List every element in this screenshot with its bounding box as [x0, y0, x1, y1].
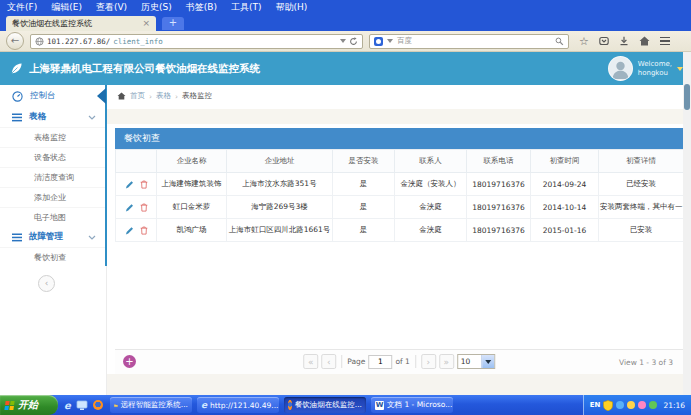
sidebar-item-add-company[interactable]: 添加企业: [0, 187, 106, 207]
edit-icon[interactable]: [125, 226, 134, 235]
new-tab-button[interactable]: +: [162, 17, 184, 30]
start-button[interactable]: 开始: [0, 395, 58, 415]
sidebar-item-e-map[interactable]: 电子地图: [0, 207, 106, 227]
toolbar-icons: ☆: [579, 36, 670, 47]
show-desktop-icon[interactable]: [76, 400, 88, 411]
menu-icon[interactable]: [660, 37, 670, 46]
page-footer-strip: [107, 374, 683, 395]
back-button[interactable]: ←: [6, 32, 24, 50]
folder-icon: [114, 401, 118, 410]
cell-installed: 是: [333, 173, 395, 196]
page-size-value: 10: [458, 357, 481, 366]
pager-divider: [341, 355, 342, 368]
scrollbar-track[interactable]: [683, 52, 691, 395]
page-size-select[interactable]: 10: [457, 354, 495, 369]
search-engine-label: 百度: [397, 36, 412, 46]
system-tray: EN 21:16: [583, 395, 691, 415]
cell-phone: 18019716376: [467, 196, 531, 219]
tab-close-icon[interactable]: ×: [142, 19, 150, 28]
menu-edit[interactable]: 编辑(E): [51, 1, 82, 14]
group-label: 故障管理: [29, 231, 81, 243]
next-page-button[interactable]: ›: [421, 354, 436, 369]
sidebar-item-table-monitor[interactable]: 表格监控: [0, 127, 106, 147]
content-divider-strip: [107, 109, 683, 124]
sidebar-submenu-tables: 表格监控 设备状态 清洁度查询 添加企业 电子地图: [0, 127, 106, 227]
column-header: 是否安装: [333, 150, 395, 173]
sidebar-collapse-button[interactable]: ‹: [38, 275, 55, 292]
menu-help[interactable]: 帮助(H): [276, 1, 308, 14]
chevron-down-icon: [88, 235, 96, 240]
site-title: 上海驿鼎机电工程有限公司餐饮油烟在线监控系统: [29, 62, 260, 76]
list-icon: [12, 233, 22, 242]
url-dropdown-icon[interactable]: [340, 39, 346, 43]
leaf-icon: [10, 62, 23, 75]
reload-icon[interactable]: [349, 37, 358, 46]
breadcrumb-home[interactable]: 首页: [130, 91, 145, 101]
edit-icon[interactable]: [125, 203, 134, 212]
firefox-quicklaunch-icon[interactable]: [93, 400, 103, 410]
task-word-document[interactable]: W 文档 1 - Microso...: [371, 397, 453, 413]
page-of-label: of 1: [395, 357, 409, 366]
last-page-button[interactable]: »: [439, 354, 454, 369]
menu-file[interactable]: 文件(F): [7, 1, 37, 14]
group-label: 表格: [29, 111, 81, 123]
tray-icon[interactable]: [649, 401, 657, 409]
home-icon: [117, 92, 126, 100]
delete-icon[interactable]: [140, 180, 148, 189]
breadcrumb-tables[interactable]: 表格: [156, 91, 171, 101]
sidebar-item-catering-inspection[interactable]: 餐饮初查: [0, 247, 106, 267]
select-arrow-icon[interactable]: [481, 355, 494, 368]
task-ie-window[interactable]: e http://121.40.49...: [197, 397, 279, 413]
pocket-icon[interactable]: [599, 36, 609, 46]
search-icon[interactable]: [555, 37, 564, 46]
globe-icon: [35, 37, 44, 46]
sidebar-item-console[interactable]: 控制台: [0, 85, 106, 107]
ie-icon: e: [201, 400, 207, 410]
inspection-panel: 餐饮初查 企业名称 企业地址 是否安装 联系人 联系电话: [115, 128, 683, 374]
security-shield-icon[interactable]: [603, 400, 613, 411]
prev-page-button[interactable]: ‹: [321, 354, 336, 369]
engine-dropdown-icon[interactable]: [387, 39, 393, 43]
task-remote-monitor[interactable]: 远程智能监控系统...: [110, 397, 192, 413]
tray-icon[interactable]: [616, 401, 624, 409]
bookmark-star-icon[interactable]: ☆: [579, 36, 589, 47]
first-page-button[interactable]: «: [303, 354, 318, 369]
browser-navbar: ← 101.227.67.86/client_info 百度: [0, 31, 691, 52]
sidebar-item-device-status[interactable]: 设备状态: [0, 147, 106, 167]
ie-quicklaunch-icon[interactable]: e: [64, 400, 71, 411]
page-number-input[interactable]: [368, 355, 392, 369]
browser-tab[interactable]: 餐饮油烟在线监控系统 ×: [6, 16, 156, 31]
scrollbar-thumb[interactable]: [684, 84, 690, 110]
column-header: 初查详情: [599, 150, 684, 173]
menu-bookmarks[interactable]: 书签(B): [186, 1, 217, 14]
download-icon[interactable]: [619, 36, 629, 46]
inspection-table: 企业名称 企业地址 是否安装 联系人 联系电话 初查时间 初查详情: [115, 149, 684, 242]
console-label: 控制台: [30, 90, 56, 102]
pager-divider: [415, 355, 416, 368]
edit-icon[interactable]: [125, 180, 134, 189]
chevron-down-icon: [88, 115, 96, 120]
menu-tools[interactable]: 工具(T): [231, 1, 262, 14]
url-bar[interactable]: 101.227.67.86/client_info: [30, 34, 363, 49]
language-indicator[interactable]: EN: [590, 401, 601, 409]
cell-detail: 已安装: [599, 219, 684, 242]
menu-view[interactable]: 查看(V): [96, 1, 127, 14]
delete-icon[interactable]: [140, 203, 148, 212]
tray-icon[interactable]: [638, 401, 646, 409]
delete-icon[interactable]: [140, 226, 148, 235]
sidebar: 控制台 表格 表格监控 设备状态 清洁度查询 添加企业 电子地图: [0, 85, 107, 395]
sidebar-group-faults[interactable]: 故障管理: [0, 227, 106, 247]
search-bar[interactable]: 百度: [369, 34, 569, 49]
user-menu[interactable]: Welcome, hongkou: [608, 52, 687, 85]
sidebar-item-cleanliness-query[interactable]: 清洁度查询: [0, 167, 106, 187]
tray-icon[interactable]: [627, 401, 635, 409]
cell-company-name: 凯鸿广场: [157, 219, 227, 242]
add-record-button[interactable]: +: [123, 355, 136, 368]
person-icon: [609, 57, 632, 80]
home-icon[interactable]: [639, 36, 650, 46]
baidu-icon[interactable]: [374, 37, 383, 46]
sidebar-group-tables[interactable]: 表格: [0, 107, 106, 127]
task-firefox-window[interactable]: 餐饮油烟在线监控...: [284, 397, 366, 413]
column-header: 初查时间: [531, 150, 599, 173]
menu-history[interactable]: 历史(S): [141, 1, 172, 14]
